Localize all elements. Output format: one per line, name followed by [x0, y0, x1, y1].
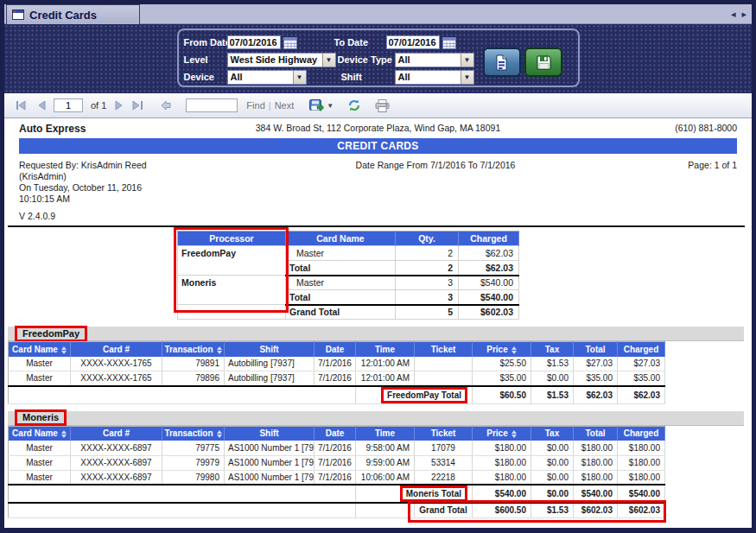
cell-charged: $35.00: [618, 371, 665, 386]
summary-col-qty: Qty.: [396, 232, 459, 246]
section-total-row: Moneris Total$540.00$0.00$540.00$540.00: [9, 485, 665, 503]
detail-header-row: Card NameCard #TransactionShiftDateTimeT…: [9, 426, 665, 441]
col-header-price[interactable]: Price: [473, 426, 531, 441]
grand-money-cell: $602.03: [618, 503, 665, 517]
cell-date: 7/1/2016: [314, 441, 356, 455]
cell-charged: $180.00: [618, 441, 665, 455]
chevron-down-icon: ▼: [322, 54, 335, 67]
next-page-button[interactable]: [115, 100, 125, 111]
device-type-select[interactable]: All ▼: [395, 53, 474, 67]
previous-page-button[interactable]: [35, 100, 46, 111]
cell-time: 10:06:00 AM: [356, 470, 415, 485]
export-dropdown-caret-icon[interactable]: ▼: [327, 102, 334, 110]
detail-data-row: MasterXXXX-XXXX-689779980AS1000 Number 1…: [9, 470, 665, 485]
save-button[interactable]: [524, 48, 562, 77]
cell-date: 7/1/2016: [314, 371, 356, 386]
report-viewer: Auto Express 384 W. Broad St, 112 Corpor…: [4, 118, 752, 528]
report-title-banner: CREDIT CARDS: [19, 138, 737, 154]
tab-scroll-right-icon[interactable]: ▸: [741, 8, 746, 20]
report-toolbar: of 1 Find|Next ▼: [4, 93, 752, 118]
cell-total: $27.03: [574, 357, 618, 371]
run-report-button[interactable]: [483, 48, 521, 77]
cell-transaction: 79891: [162, 357, 225, 371]
chevron-down-icon: ▼: [293, 71, 306, 84]
cell-total: $180.00: [574, 455, 618, 470]
empty-cell: [9, 503, 356, 517]
requested-by-line: 10:10:15 AM: [19, 194, 277, 205]
shift-select[interactable]: All ▼: [395, 70, 474, 85]
page-number-input[interactable]: [54, 98, 83, 112]
col-header-card-name[interactable]: Card Name: [9, 426, 71, 441]
col-header-ticket: Ticket: [415, 426, 473, 441]
tab-scroll-left-icon[interactable]: ◂: [731, 8, 736, 20]
detail-data-row: MasterXXXX-XXXX-689779979AS1000 Number 1…: [9, 455, 665, 470]
section-total-label-cell: Moneris Total: [356, 485, 473, 503]
next-link[interactable]: Next: [275, 100, 295, 111]
summary-total-label: Total: [286, 290, 396, 305]
summary-qty-cell: 5: [396, 305, 459, 320]
summary-grand-total-row: Grand Total5$602.03: [178, 305, 519, 320]
last-page-button[interactable]: [132, 100, 144, 111]
export-button[interactable]: ▼: [309, 99, 334, 112]
first-page-button[interactable]: [15, 100, 27, 111]
summary-processor-cell: Moneris: [178, 276, 286, 305]
sort-icon: [217, 430, 222, 438]
filter-panel: From Date To Date Level West Side Highwa…: [177, 29, 580, 87]
col-header-tax: Tax: [531, 342, 574, 357]
summary-qty-cell: 2: [396, 261, 459, 276]
col-header-card: Card #: [71, 426, 162, 441]
col-header-transaction[interactable]: Transaction: [162, 342, 225, 357]
cell-price: $180.00: [473, 470, 531, 485]
summary-qty-cell: 2: [396, 246, 459, 261]
refresh-button[interactable]: [347, 98, 361, 112]
to-date-input[interactable]: [386, 35, 440, 49]
report-version: V 2.4.0.9: [19, 211, 277, 222]
col-header-time: Time: [356, 342, 415, 357]
summary-charged-cell: $540.00: [459, 276, 519, 290]
col-header-transaction[interactable]: Transaction: [162, 426, 225, 441]
print-button[interactable]: [375, 99, 390, 112]
sort-icon: [217, 346, 222, 354]
cell-tax: $0.00: [531, 371, 574, 386]
to-date-calendar-icon[interactable]: [442, 36, 456, 49]
col-header-charged: Charged: [618, 342, 665, 357]
cell-card-name: Master: [9, 441, 71, 455]
chevron-down-icon: ▼: [461, 71, 473, 84]
sort-icon: [61, 346, 67, 354]
cell-time: 12:01:00 AM: [356, 371, 415, 386]
summary-total-label: Total: [286, 261, 396, 276]
section-total-label-cell: FreedomPay Total: [356, 386, 473, 404]
col-header-price[interactable]: Price: [473, 342, 531, 357]
back-to-parent-report-button[interactable]: [160, 100, 172, 111]
cell-card-name: Master: [9, 357, 71, 371]
from-date-label: From Date: [184, 35, 231, 49]
report-tab-icon: [12, 10, 24, 20]
find-link[interactable]: Find: [246, 100, 264, 111]
level-select-value: West Side Highway: [231, 54, 318, 65]
app-window: Credit Cards ◂ ▸ From Date To Date Level…: [0, 0, 756, 533]
summary-charged-cell: $602.03: [459, 305, 519, 320]
document-icon: [495, 54, 508, 71]
cell-total: $180.00: [574, 470, 618, 485]
section-total-row: FreedomPay Total$60.50$1.53$62.03$62.03: [9, 386, 665, 404]
sort-icon: [511, 346, 517, 354]
cell-ticket: 22218: [415, 470, 473, 485]
cell-card: XXXX-XXXX-6897: [71, 455, 162, 470]
tab-credit-cards[interactable]: Credit Cards: [6, 4, 140, 24]
tab-strip: Credit Cards ◂ ▸: [4, 4, 752, 24]
col-header-ticket: Ticket: [415, 342, 473, 357]
from-date-calendar-icon[interactable]: [283, 36, 297, 49]
search-input[interactable]: [186, 98, 238, 112]
detail-table-freedompay: Card NameCard #TransactionShiftDateTimeT…: [8, 341, 665, 404]
save-disk-icon: [536, 54, 551, 70]
summary-data-row: MonerisMaster3$540.00: [178, 276, 519, 290]
device-type-label: Device Type: [338, 53, 392, 67]
cell-card: XXXX-XXXX-1765: [71, 357, 162, 371]
level-select[interactable]: West Side Highway ▼: [227, 53, 336, 67]
device-select[interactable]: All ▼: [227, 70, 307, 85]
requested-by-block: Requested By: KrisAdmin Reed (KrisAdmin)…: [19, 160, 277, 222]
cell-shift: Autobilling [7937]: [225, 371, 314, 386]
from-date-input[interactable]: [227, 35, 281, 49]
empty-cell: [356, 503, 415, 517]
col-header-card-name[interactable]: Card Name: [9, 342, 71, 357]
